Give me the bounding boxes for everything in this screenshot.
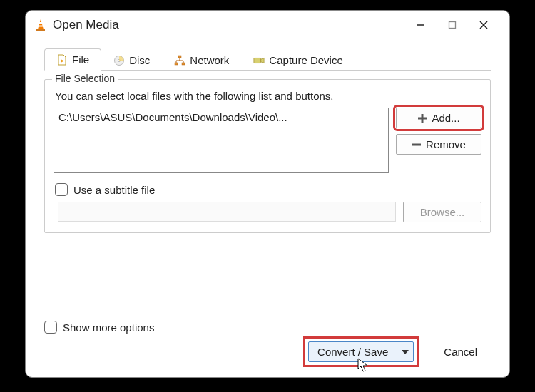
convert-save-dropdown[interactable] bbox=[397, 342, 413, 361]
svg-rect-14 bbox=[254, 58, 261, 63]
close-button[interactable] bbox=[468, 15, 499, 35]
open-media-window: Open Media File bbox=[25, 10, 510, 378]
tab-disc[interactable]: Disc bbox=[101, 49, 162, 71]
svg-marker-19 bbox=[402, 350, 409, 354]
tab-capture[interactable]: Capture Device bbox=[241, 49, 355, 71]
minimize-button[interactable] bbox=[405, 15, 437, 35]
file-selection-group: File Selection You can select local file… bbox=[44, 79, 491, 233]
tab-network-label: Network bbox=[190, 54, 229, 66]
svg-rect-2 bbox=[38, 26, 43, 27]
subtitle-checkbox-label: Use a subtitle file bbox=[73, 184, 155, 196]
svg-rect-5 bbox=[449, 22, 456, 29]
file-list[interactable]: C:\Users\ASUS\Documents\Downloads\Video\… bbox=[54, 108, 389, 173]
svg-rect-3 bbox=[36, 29, 45, 31]
window-title: Open Media bbox=[53, 18, 119, 32]
add-button[interactable]: Add... bbox=[396, 108, 482, 128]
convert-save-label: Convert / Save bbox=[317, 346, 388, 358]
subtitle-path-field bbox=[58, 202, 396, 222]
plus-icon bbox=[417, 113, 427, 123]
svg-marker-0 bbox=[38, 19, 44, 29]
file-selection-legend: File Selection bbox=[52, 73, 118, 84]
svg-rect-12 bbox=[175, 63, 178, 65]
tab-file-label: File bbox=[72, 53, 89, 66]
svg-marker-15 bbox=[261, 58, 264, 63]
minus-icon bbox=[412, 140, 422, 150]
file-list-item[interactable]: C:\Users\ASUS\Documents\Downloads\Video\… bbox=[58, 111, 384, 123]
vlc-cone-icon bbox=[34, 19, 47, 31]
capture-device-icon bbox=[253, 55, 265, 66]
cancel-button-label: Cancel bbox=[444, 346, 477, 358]
file-icon bbox=[56, 54, 68, 66]
subtitle-checkbox[interactable] bbox=[55, 183, 68, 196]
remove-button-label: Remove bbox=[426, 138, 466, 150]
more-options-checkbox[interactable] bbox=[44, 321, 57, 334]
more-options-label: Show more options bbox=[63, 321, 154, 334]
tab-capture-label: Capture Device bbox=[269, 54, 342, 66]
network-icon bbox=[174, 55, 185, 66]
file-selection-hint: You can select local files with the foll… bbox=[55, 90, 482, 102]
convert-save-button[interactable]: Convert / Save bbox=[308, 341, 414, 362]
browse-button-label: Browse... bbox=[420, 206, 465, 218]
cancel-button[interactable]: Cancel bbox=[430, 341, 491, 362]
svg-rect-13 bbox=[182, 63, 185, 65]
add-button-label: Add... bbox=[432, 112, 459, 124]
svg-rect-11 bbox=[178, 56, 181, 58]
disc-icon bbox=[113, 55, 125, 66]
tab-file[interactable]: File bbox=[44, 48, 101, 71]
tabs: File Disc bbox=[44, 45, 491, 71]
maximize-button[interactable] bbox=[437, 15, 468, 35]
svg-rect-1 bbox=[39, 22, 43, 24]
tab-network[interactable]: Network bbox=[162, 49, 241, 71]
browse-button: Browse... bbox=[403, 202, 482, 222]
tab-disc-label: Disc bbox=[129, 54, 150, 66]
remove-button[interactable]: Remove bbox=[396, 134, 482, 155]
titlebar: Open Media bbox=[26, 11, 509, 38]
